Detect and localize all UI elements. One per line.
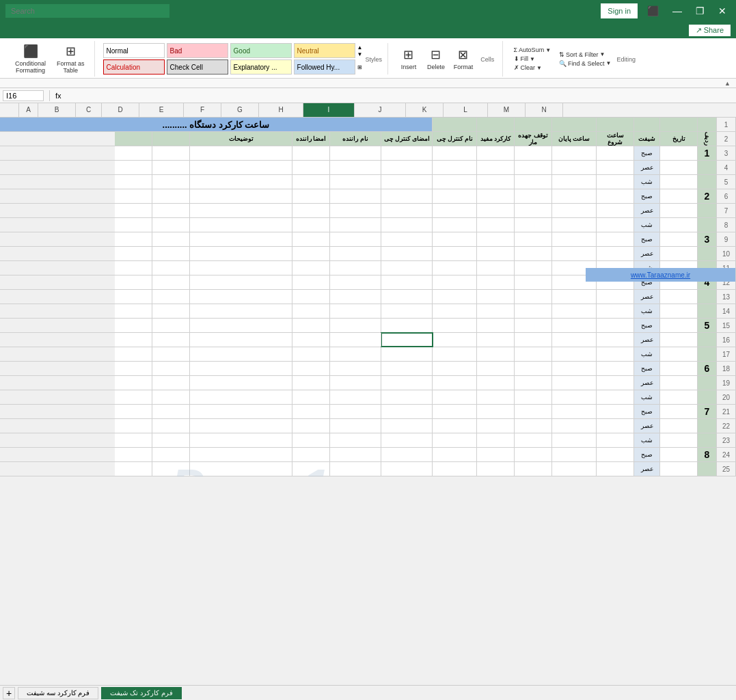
cell-b20[interactable]	[660, 390, 698, 404]
cell-k19[interactable]	[292, 376, 330, 390]
cell-k17[interactable]	[292, 347, 330, 361]
cell-h15[interactable]	[433, 319, 477, 332]
cell-g6[interactable]	[477, 189, 515, 203]
cell-l6[interactable]	[190, 189, 292, 203]
cell-tarikh-header[interactable]: تاریخ	[660, 132, 698, 146]
cell-day1-3[interactable]	[698, 175, 717, 189]
cell-l16[interactable]	[190, 333, 292, 347]
cell-g19[interactable]	[477, 376, 515, 390]
autosum-button[interactable]: Σ AutoSum ▼	[511, 46, 554, 54]
cell-m23[interactable]	[152, 433, 190, 447]
cell-n15[interactable]	[115, 319, 152, 332]
cell-h9[interactable]	[433, 232, 477, 246]
cell-i7[interactable]	[381, 204, 433, 217]
cell-e7[interactable]	[552, 204, 597, 217]
cell-i20[interactable]	[381, 390, 433, 404]
cell-k13[interactable]	[292, 290, 330, 304]
cell-j19[interactable]	[330, 376, 381, 390]
close-button[interactable]: ✕	[714, 4, 731, 18]
clear-button[interactable]: ✗ Clear ▼	[511, 64, 554, 72]
cell-e19[interactable]	[552, 376, 597, 390]
cell-b14[interactable]	[660, 304, 698, 318]
cell-l25[interactable]	[190, 462, 292, 476]
cell-day6-2[interactable]	[698, 376, 717, 390]
col-header-c[interactable]: C	[76, 103, 102, 117]
cell-f13[interactable]	[515, 290, 552, 304]
cell-n9[interactable]	[115, 232, 152, 246]
cell-f15[interactable]	[515, 319, 552, 332]
cell-i17[interactable]	[381, 347, 433, 361]
style-normal[interactable]: Normal	[103, 43, 165, 58]
cell-f5[interactable]	[515, 175, 552, 189]
cell-saat-payan-header[interactable]: ساعت پایان	[552, 132, 597, 146]
cell-h19[interactable]	[433, 376, 477, 390]
insert-button[interactable]: ⊞ Insert	[396, 41, 421, 77]
cell-j17[interactable]	[330, 347, 381, 361]
col-header-j[interactable]: J	[355, 103, 406, 117]
cell-i18[interactable]	[381, 362, 433, 375]
cell-d15[interactable]	[597, 319, 634, 332]
cell-day2[interactable]: 2	[698, 189, 717, 203]
cell-n17[interactable]	[115, 347, 152, 361]
style-expand-icon[interactable]: ⊞	[357, 64, 362, 70]
cell-j14[interactable]	[330, 304, 381, 318]
cell-shift-asr7[interactable]: عصر	[634, 204, 660, 217]
cell-n10[interactable]	[115, 247, 152, 260]
cell-e14[interactable]	[552, 304, 597, 318]
col-header-l[interactable]: L	[444, 103, 488, 117]
cell-g4[interactable]	[477, 161, 515, 174]
cell-j21[interactable]	[330, 405, 381, 418]
restore-button[interactable]: ❐	[692, 4, 709, 18]
cell-m4[interactable]	[152, 161, 190, 174]
cell-j18[interactable]	[330, 362, 381, 375]
cell-l23[interactable]	[190, 433, 292, 447]
cell-b15[interactable]	[660, 319, 698, 332]
cell-b3[interactable]	[660, 146, 698, 160]
cell-f4[interactable]	[515, 161, 552, 174]
cell-k21[interactable]	[292, 405, 330, 418]
cell-h10[interactable]	[433, 247, 477, 260]
cell-f9[interactable]	[515, 232, 552, 246]
cell-g10[interactable]	[477, 247, 515, 260]
cell-day5-2[interactable]	[698, 333, 717, 347]
cell-b1[interactable]	[660, 118, 698, 131]
cell-d1[interactable]	[597, 118, 634, 131]
cell-i16[interactable]	[381, 333, 433, 347]
name-box[interactable]	[3, 90, 44, 101]
cell-k6[interactable]	[292, 189, 330, 203]
cell-day5-3[interactable]	[698, 347, 717, 361]
cell-f25[interactable]	[515, 462, 552, 476]
share-button[interactable]: ↗ Share	[689, 25, 731, 36]
cell-h5[interactable]	[433, 175, 477, 189]
cell-day7-3[interactable]	[698, 433, 717, 447]
cell-day8-2[interactable]	[698, 462, 717, 476]
cell-k25[interactable]	[292, 462, 330, 476]
cell-m20[interactable]	[152, 390, 190, 404]
cell-e22[interactable]	[552, 419, 597, 433]
cell-shift-sob6[interactable]: صبح	[634, 189, 660, 203]
cell-i8[interactable]	[381, 218, 433, 232]
cell-b10[interactable]	[660, 247, 698, 260]
col-header-b[interactable]: B	[38, 103, 76, 117]
cell-n19[interactable]	[115, 376, 152, 390]
cell-g25[interactable]	[477, 462, 515, 476]
cell-l4[interactable]	[190, 161, 292, 174]
cell-e4[interactable]	[552, 161, 597, 174]
cell-saat-shoro-header[interactable]: ساعت شروع	[597, 132, 634, 146]
cell-f8[interactable]	[515, 218, 552, 232]
cell-g17[interactable]	[477, 347, 515, 361]
col-header-k[interactable]: K	[406, 103, 444, 117]
cell-k15[interactable]	[292, 319, 330, 332]
cell-day2-3[interactable]	[698, 218, 717, 232]
cell-i13[interactable]	[381, 290, 433, 304]
cell-h1[interactable]	[433, 118, 477, 131]
cell-shift-sob24[interactable]: صبح	[634, 448, 660, 461]
cell-i23[interactable]	[381, 433, 433, 447]
col-header-f[interactable]: F	[184, 103, 221, 117]
cell-g9[interactable]	[477, 232, 515, 246]
cell-shift-shab20[interactable]: شب	[634, 390, 660, 404]
cell-b13[interactable]	[660, 290, 698, 304]
cell-d23[interactable]	[597, 433, 634, 447]
collapse-ribbon-icon[interactable]: ▲	[724, 80, 731, 87]
cell-day2-2[interactable]	[698, 204, 717, 217]
